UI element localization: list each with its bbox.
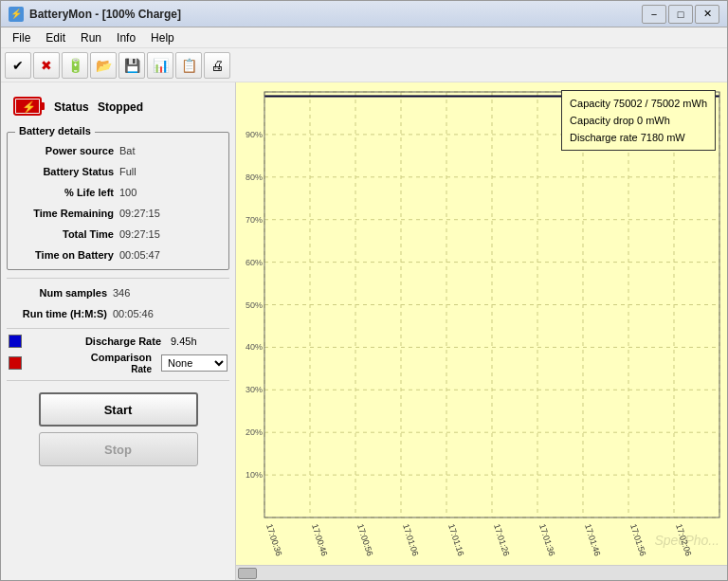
time-on-battery-label: Time on Battery [15, 249, 119, 261]
battery-details-group: Battery details Power source Bat Battery… [7, 132, 229, 270]
right-panel: Capacity 75002 / 75002 mWh Capacity drop… [236, 82, 727, 580]
toolbar-list[interactable]: 📋 [175, 52, 202, 79]
time-on-battery-value: 00:05:47 [119, 249, 160, 261]
close-button[interactable]: ✕ [695, 5, 719, 24]
title-buttons: − □ ✕ [642, 5, 719, 24]
discharge-rate-row: Discharge Rate 9.45h [5, 333, 231, 350]
svg-text:⚡: ⚡ [22, 100, 36, 114]
status-label: Status [54, 100, 89, 114]
app-icon: ⚡ [9, 7, 24, 22]
status-value: Stopped [98, 100, 143, 114]
divider-1 [7, 278, 229, 279]
discharge-rate-label: Discharge Rate [26, 336, 167, 347]
comparison-select[interactable]: None Battery 1 Battery 2 [161, 354, 228, 372]
stop-button[interactable]: Stop [39, 432, 198, 466]
chart-tooltip: Capacity 75002 / 75002 mWh Capacity drop… [561, 90, 716, 151]
total-time-label: Total Time [15, 228, 119, 240]
main-content: ⚡ Status Stopped Battery details Power s… [1, 82, 727, 580]
svg-rect-1 [41, 102, 45, 110]
detail-row-run-time: Run time (H:M:S) 00:05:46 [5, 303, 231, 324]
chart-area: Capacity 75002 / 75002 mWh Capacity drop… [236, 82, 727, 565]
discharge-rate-value: 9.45h [171, 336, 228, 347]
discharge-color-indicator [9, 335, 22, 348]
minimize-button[interactable]: − [642, 5, 666, 24]
group-title: Battery details [15, 125, 95, 136]
comparison-label: ComparisonRate [26, 352, 157, 374]
menu-info[interactable]: Info [109, 29, 143, 46]
battery-icon: ⚡ [12, 90, 46, 124]
start-button[interactable]: Start [39, 392, 198, 427]
tooltip-line2: Capacity drop 0 mWh [570, 112, 707, 129]
menu-help[interactable]: Help [143, 29, 182, 46]
tooltip-line1: Capacity 75002 / 75002 mWh [570, 95, 707, 112]
button-area: Start Stop [5, 385, 231, 474]
scrollbar-thumb[interactable] [238, 568, 257, 579]
toolbar: ✔ ✖ 🔋 📂 💾 📊 📋 🖨 [1, 48, 727, 82]
detail-row-life-left: % Life left 100 [11, 182, 225, 203]
toolbar-chart[interactable]: 📊 [147, 52, 173, 79]
toolbar-x[interactable]: ✖ [33, 52, 60, 79]
total-time-value: 09:27:15 [119, 228, 160, 240]
window-title: BatteryMon - [100% Charge] [29, 8, 642, 21]
toolbar-save[interactable]: 💾 [118, 52, 145, 79]
power-source-value: Bat [119, 145, 136, 156]
detail-row-total-time: Total Time 09:27:15 [11, 224, 225, 245]
run-time-value: 00:05:46 [113, 308, 154, 319]
main-window: ⚡ BatteryMon - [100% Charge] − □ ✕ File … [0, 0, 728, 581]
toolbar-open[interactable]: 📂 [90, 52, 117, 79]
detail-row-time-remaining: Time Remaining 09:27:15 [11, 203, 225, 224]
title-bar: ⚡ BatteryMon - [100% Charge] − □ ✕ [1, 1, 727, 27]
status-row: ⚡ Status Stopped [5, 86, 231, 128]
watermark: SpecPho... [655, 533, 720, 548]
detail-row-num-samples: Num samples 346 [5, 282, 231, 303]
life-left-value: 100 [119, 187, 136, 198]
battery-status-value: Full [119, 166, 136, 177]
num-samples-label: Num samples [9, 287, 113, 299]
detail-row-time-on-battery: Time on Battery 00:05:47 [11, 245, 225, 265]
time-remaining-label: Time Remaining [15, 208, 119, 219]
power-source-label: Power source [15, 145, 119, 156]
detail-row-power-source: Power source Bat [11, 140, 225, 161]
tooltip-line3: Discharge rate 7180 mW [570, 129, 707, 146]
num-samples-value: 346 [113, 287, 130, 299]
menu-file[interactable]: File [5, 29, 38, 46]
left-panel: ⚡ Status Stopped Battery details Power s… [1, 82, 236, 580]
time-remaining-value: 09:27:15 [119, 208, 160, 219]
menu-edit[interactable]: Edit [38, 29, 73, 46]
menu-bar: File Edit Run Info Help [1, 27, 727, 48]
toolbar-print[interactable]: 🖨 [204, 52, 230, 79]
menu-run[interactable]: Run [73, 29, 109, 46]
maximize-button[interactable]: □ [668, 5, 693, 24]
life-left-label: % Life left [15, 187, 119, 198]
toolbar-battery[interactable]: 🔋 [62, 52, 88, 79]
status-label-row: Status Stopped [54, 100, 143, 114]
comparison-color-indicator [9, 356, 22, 370]
comparison-row: ComparisonRate None Battery 1 Battery 2 [5, 350, 231, 376]
chart-scrollbar[interactable] [236, 565, 727, 580]
battery-status-label: Battery Status [15, 166, 119, 177]
divider-2 [7, 328, 229, 329]
run-time-label: Run time (H:M:S) [9, 308, 113, 319]
toolbar-check[interactable]: ✔ [5, 52, 31, 79]
battery-chart [236, 82, 727, 565]
divider-3 [7, 380, 229, 381]
detail-row-battery-status: Battery Status Full [11, 161, 225, 182]
